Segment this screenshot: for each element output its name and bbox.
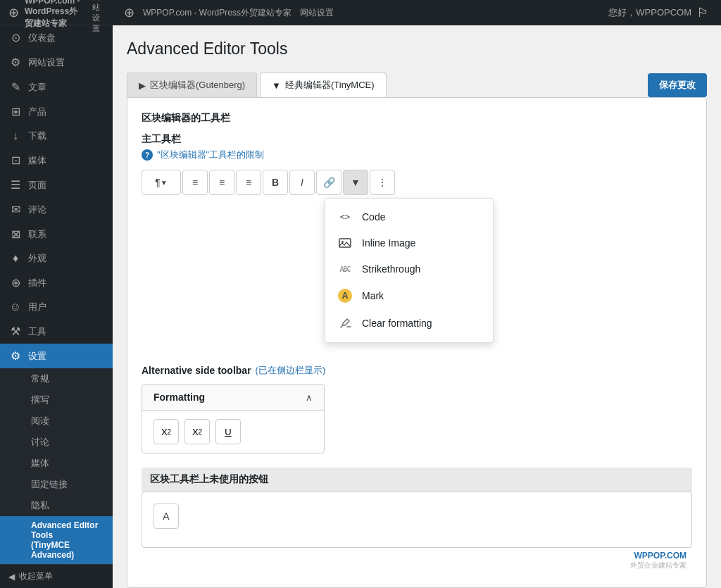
- alt-toolbar-note: (已在侧边栏显示): [256, 364, 326, 377]
- sidebar-item-label: 外观: [28, 252, 46, 265]
- dropdown-item-clear-formatting[interactable]: Clear formatting: [325, 310, 493, 337]
- sidebar-item-posts[interactable]: ✎ 文章: [0, 75, 113, 99]
- users-icon: ☺: [8, 301, 23, 313]
- sub-item-writing[interactable]: 撰写: [0, 389, 113, 411]
- toolbar-paragraph-btn[interactable]: ¶ ▼: [142, 170, 181, 195]
- sidebar-item-label: 网站设置: [28, 56, 65, 69]
- more-icon: ⋮: [377, 177, 387, 188]
- help-text: "区块编辑器"工具栏的限制: [157, 149, 264, 161]
- tab-content: 区块编辑器的工具栏 主工具栏 ? "区块编辑器"工具栏的限制 ¶ ▼ ≡ ≡: [127, 97, 707, 588]
- posts-icon: ✎: [8, 80, 23, 94]
- paragraph-arrow: ▼: [161, 179, 168, 187]
- dashboard-icon: ⊙: [8, 31, 23, 44]
- toolbar-subsection-title: 主工具栏: [142, 133, 692, 146]
- strikethrough-icon: ABC: [337, 265, 353, 273]
- sub-item-discussion[interactable]: 讨论: [0, 432, 113, 453]
- align-right-icon: ≡: [246, 177, 251, 188]
- mark-icon: A: [337, 289, 353, 303]
- toolbar-row: ¶ ▼ ≡ ≡ ≡ B I 🔗: [142, 170, 692, 195]
- user-greeting: 您好，WPPOPCOM: [608, 6, 691, 19]
- downloads-icon: ↓: [8, 130, 23, 142]
- sidebar-item-label: 评论: [28, 204, 46, 216]
- settings-sub-nav: 常规 撰写 阅读 讨论 媒体 固定链接 隐私 Advanced Editor T…: [0, 368, 113, 564]
- sidebar-item-label: 下载: [28, 130, 46, 142]
- media-icon: ⊡: [8, 154, 23, 167]
- sidebar-item-settings[interactable]: ⚙ 设置: [0, 344, 113, 368]
- toolbar-italic-btn[interactable]: I: [289, 170, 315, 195]
- sidebar-item-label: 产品: [28, 106, 46, 118]
- code-icon: <>: [337, 212, 353, 222]
- sub-item-media[interactable]: 媒体: [0, 453, 113, 474]
- sidebar: ⊕ WPPOP.com - WordPress外贸建站专家 网站设置 ⊙ 仪表盘…: [0, 0, 113, 588]
- top-bar-right: 您好，WPPOPCOM 🏳: [608, 6, 710, 20]
- toolbar-align-left-btn[interactable]: ≡: [182, 170, 208, 195]
- tab-gutenberg[interactable]: ▶ 区块编辑器(Gutenberg): [127, 73, 257, 97]
- sidebar-item-media[interactable]: ⊡ 媒体: [0, 148, 113, 173]
- alt-toolbar-title: Alternative side toolbar: [142, 365, 251, 376]
- formatting-header-label: Formatting: [153, 392, 205, 403]
- top-bar-site-name: WPPOP.com - WordPress外贸建站专家: [143, 7, 291, 19]
- sidebar-item-downloads[interactable]: ↓ 下载: [0, 124, 113, 148]
- toolbar-bold-btn[interactable]: B: [263, 170, 288, 195]
- toolbar-align-center-btn[interactable]: ≡: [209, 170, 234, 195]
- dropdown-item-strikethrough-label: Strikethrough: [362, 263, 420, 275]
- align-left-icon: ≡: [192, 177, 198, 188]
- top-bar: ⊕ WPPOP.com - WordPress外贸建站专家 网站设置 您好，WP…: [113, 0, 721, 25]
- inline-image-icon: [337, 237, 353, 249]
- subscript-btn[interactable]: X2: [184, 419, 210, 444]
- sub-item-general[interactable]: 常规: [0, 368, 113, 389]
- svg-point-1: [341, 241, 344, 243]
- dropdown-item-clear-formatting-label: Clear formatting: [362, 318, 432, 329]
- help-icon: ?: [142, 149, 153, 161]
- alt-toolbar-section: Alternative side toolbar (已在侧边栏显示) Forma…: [142, 364, 692, 453]
- tabs-left: ▶ 区块编辑器(Gutenberg) ▼ 经典编辑器(TinyMCE): [127, 73, 387, 97]
- tab-gutenberg-label: 区块编辑器(Gutenberg): [150, 79, 245, 92]
- sidebar-item-appearance[interactable]: ♦ 外观: [0, 246, 113, 270]
- sidebar-item-site-settings[interactable]: ⚙ 网站设置: [0, 50, 113, 75]
- unused-btn-a-label: A: [163, 511, 169, 522]
- sidebar-item-label: 仪表盘: [28, 32, 56, 44]
- toolbar-align-right-btn[interactable]: ≡: [236, 170, 261, 195]
- top-bar-settings[interactable]: 网站设置: [300, 7, 334, 19]
- toolbar-dropdown-menu: <> Code Inline Image: [325, 198, 494, 343]
- sidebar-item-tools[interactable]: ⚒ 工具: [0, 319, 113, 344]
- dropdown-item-inline-image[interactable]: Inline Image: [325, 230, 493, 256]
- sidebar-item-label: 媒体: [28, 154, 46, 167]
- bold-icon: B: [272, 177, 279, 188]
- sidebar-item-contacts[interactable]: ⊠ 联系: [0, 222, 113, 246]
- appearance-icon: ♦: [8, 252, 23, 265]
- wp-logo: ⊕: [124, 5, 134, 20]
- tab-tinymce[interactable]: ▼ 经典编辑器(TinyMCE): [260, 73, 387, 97]
- superscript-btn[interactable]: X2: [153, 419, 179, 444]
- formatting-collapse-icon[interactable]: ∧: [306, 392, 313, 403]
- plugins-icon: ⊕: [8, 276, 23, 289]
- dropdown-item-code[interactable]: <> Code: [325, 204, 493, 230]
- toolbar-more-btn[interactable]: ⋮: [370, 170, 395, 195]
- sub-item-reading[interactable]: 阅读: [0, 411, 113, 432]
- sidebar-item-users[interactable]: ☺ 用户: [0, 295, 113, 319]
- toolbar-link-btn[interactable]: 🔗: [316, 170, 341, 195]
- sidebar-item-pages[interactable]: ☰ 页面: [0, 173, 113, 197]
- underline-btn[interactable]: U: [215, 419, 241, 444]
- collapse-menu[interactable]: ◀ 收起菜单: [0, 564, 113, 588]
- sub-item-permalinks[interactable]: 固定链接: [0, 474, 113, 495]
- unused-btn-a[interactable]: A: [153, 503, 179, 529]
- sidebar-item-products[interactable]: ⊞ 产品: [0, 99, 113, 124]
- sidebar-item-label: 用户: [28, 301, 46, 313]
- sidebar-item-dashboard[interactable]: ⊙ 仪表盘: [0, 25, 113, 50]
- save-button[interactable]: 保存更改: [648, 73, 707, 97]
- tools-icon: ⚒: [8, 325, 23, 338]
- dropdown-item-mark[interactable]: A Mark: [325, 282, 493, 310]
- sub-item-aet[interactable]: Advanced Editor Tools (TinyMCE Advanced): [0, 516, 113, 564]
- content-area: Advanced Editor Tools ▶ 区块编辑器(Gutenberg)…: [113, 25, 721, 588]
- sub-item-privacy[interactable]: 隐私: [0, 495, 113, 516]
- unused-buttons-area: A: [142, 492, 692, 548]
- sidebar-item-plugins[interactable]: ⊕ 插件: [0, 270, 113, 295]
- sidebar-item-comments[interactable]: ✉ 评论: [0, 197, 113, 222]
- formatting-header: Formatting ∧: [142, 384, 324, 411]
- toolbar-dropdown-btn[interactable]: ▼: [343, 170, 368, 195]
- main-content: ⊕ WPPOP.com - WordPress外贸建站专家 网站设置 您好，WP…: [113, 0, 721, 588]
- dropdown-item-strikethrough[interactable]: ABC Strikethrough: [325, 256, 493, 282]
- tabs-bar: ▶ 区块编辑器(Gutenberg) ▼ 经典编辑器(TinyMCE) 保存更改: [127, 73, 707, 97]
- formatting-body: X2 X2 U: [142, 411, 324, 453]
